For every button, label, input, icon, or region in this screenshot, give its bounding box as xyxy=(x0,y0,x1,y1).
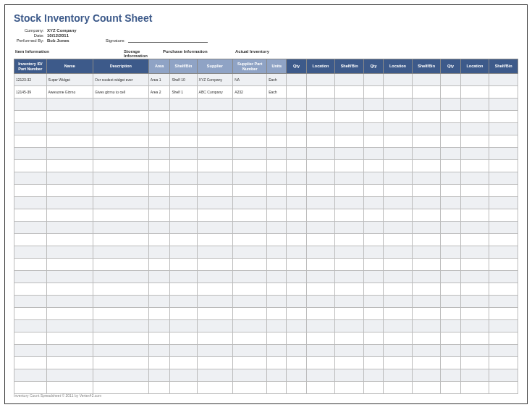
table-cell xyxy=(46,209,93,222)
table-cell xyxy=(335,209,364,222)
table-cell xyxy=(335,345,364,357)
table-cell xyxy=(267,283,287,296)
table-cell xyxy=(197,271,233,283)
table-cell xyxy=(412,160,441,172)
table-row xyxy=(14,308,518,320)
table-cell xyxy=(363,209,383,222)
table-cell xyxy=(306,246,335,259)
table-cell xyxy=(384,74,413,86)
table-cell xyxy=(14,308,47,320)
table-cell xyxy=(441,369,460,382)
table-cell xyxy=(287,320,306,332)
table-cell xyxy=(441,86,460,99)
table-cell xyxy=(14,99,47,111)
table-cell xyxy=(306,222,335,234)
table-cell xyxy=(287,345,306,357)
table-cell xyxy=(148,283,170,296)
table-cell xyxy=(335,332,364,345)
table-cell xyxy=(233,357,267,369)
table-cell xyxy=(14,296,47,308)
table-cell xyxy=(412,123,441,135)
table-cell xyxy=(287,259,306,271)
table-cell: Our coolest widget ever xyxy=(93,74,148,86)
table-cell xyxy=(46,246,93,259)
table-cell xyxy=(306,271,335,283)
table-cell xyxy=(197,172,233,185)
table-cell xyxy=(412,320,441,332)
table-cell xyxy=(460,246,489,259)
table-cell xyxy=(335,111,364,123)
table-cell xyxy=(335,135,364,148)
table-cell xyxy=(170,172,197,185)
table-cell xyxy=(460,271,489,283)
table-cell xyxy=(148,160,170,172)
table-cell xyxy=(287,74,306,86)
table-cell xyxy=(363,160,383,172)
table-cell xyxy=(148,271,170,283)
table-cell xyxy=(441,160,460,172)
table-cell xyxy=(197,209,233,222)
table-cell xyxy=(460,332,489,345)
table-cell xyxy=(233,271,267,283)
table-cell xyxy=(287,332,306,345)
table-cell xyxy=(489,259,518,271)
table-cell xyxy=(412,357,441,369)
table-cell xyxy=(460,86,489,99)
table-cell xyxy=(93,99,148,111)
table-cell xyxy=(148,345,170,357)
table-row xyxy=(14,246,518,259)
table-cell xyxy=(335,259,364,271)
table-cell xyxy=(267,222,287,234)
group-header-row: Item Information Storage Information Pur… xyxy=(14,49,518,59)
table-cell xyxy=(460,357,489,369)
table-cell xyxy=(170,197,197,209)
table-cell xyxy=(412,271,441,283)
table-cell xyxy=(14,148,47,160)
table-cell xyxy=(306,148,335,160)
table-cell xyxy=(306,123,335,135)
table-cell xyxy=(170,283,197,296)
table-cell xyxy=(384,283,413,296)
table-cell xyxy=(384,185,413,197)
table-cell xyxy=(233,308,267,320)
table-cell xyxy=(489,123,518,135)
table-cell xyxy=(441,185,460,197)
table-cell xyxy=(287,308,306,320)
table-cell xyxy=(460,209,489,222)
table-row xyxy=(14,197,518,209)
table-cell xyxy=(460,111,489,123)
table-cell xyxy=(233,296,267,308)
table-cell xyxy=(148,197,170,209)
table-cell xyxy=(233,332,267,345)
table-cell xyxy=(460,369,489,382)
table-cell xyxy=(489,209,518,222)
table-cell xyxy=(170,345,197,357)
table-cell xyxy=(267,308,287,320)
table-cell xyxy=(93,148,148,160)
table-cell xyxy=(267,172,287,185)
table-cell xyxy=(460,283,489,296)
table-row xyxy=(14,111,518,123)
table-cell xyxy=(441,135,460,148)
table-cell xyxy=(441,111,460,123)
table-cell xyxy=(233,172,267,185)
table-cell xyxy=(267,185,287,197)
table-cell xyxy=(460,308,489,320)
table-cell xyxy=(170,357,197,369)
table-cell xyxy=(267,111,287,123)
table-cell xyxy=(46,135,93,148)
table-cell xyxy=(14,185,47,197)
table-cell xyxy=(306,308,335,320)
table-cell: XYZ Company xyxy=(197,74,233,86)
table-cell xyxy=(170,369,197,382)
table-cell xyxy=(441,332,460,345)
table-cell xyxy=(287,246,306,259)
table-cell xyxy=(93,271,148,283)
table-cell xyxy=(93,185,148,197)
col-shelf-bin-2: Shelf/Bin xyxy=(412,59,441,74)
table-cell xyxy=(233,234,267,246)
table-cell xyxy=(363,234,383,246)
table-cell xyxy=(441,172,460,185)
table-cell xyxy=(197,246,233,259)
table-cell xyxy=(197,197,233,209)
